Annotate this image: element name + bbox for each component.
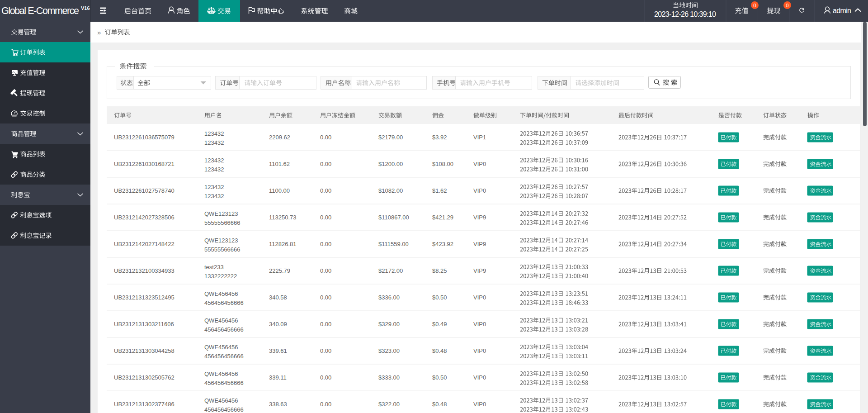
svg-text:UB2312131303044258: UB2312131303044258 bbox=[114, 347, 175, 354]
svg-text:QWE456456: QWE456456 bbox=[204, 397, 238, 404]
svg-text:VIP0: VIP0 bbox=[473, 347, 486, 354]
svg-text:112826.81: 112826.81 bbox=[269, 241, 297, 247]
svg-text:UB2312131303211606: UB2312131303211606 bbox=[114, 321, 174, 328]
svg-text:123432: 123432 bbox=[204, 139, 224, 146]
svg-text:123432: 123432 bbox=[204, 184, 224, 190]
svg-text:$421.29: $421.29 bbox=[432, 214, 453, 221]
svg-text:UB2312261027578740: UB2312261027578740 bbox=[114, 187, 175, 194]
svg-text:UB2312142027148422: UB2312142027148422 bbox=[114, 241, 175, 247]
svg-text:$322.00: $322.00 bbox=[378, 401, 400, 408]
svg-text:2209.62: 2209.62 bbox=[269, 134, 290, 141]
svg-text:UB2312142027328506: UB2312142027328506 bbox=[114, 214, 175, 221]
svg-text:0.00: 0.00 bbox=[320, 294, 331, 301]
svg-text:$423.92: $423.92 bbox=[432, 241, 453, 247]
svg-text:$333.00: $333.00 bbox=[378, 374, 400, 381]
svg-text:456456456666: 456456456666 bbox=[204, 353, 244, 360]
svg-text:$2179.00: $2179.00 bbox=[378, 134, 403, 141]
svg-text:338.63: 338.63 bbox=[269, 401, 287, 408]
svg-text:2225.79: 2225.79 bbox=[269, 267, 290, 274]
svg-text:UB2312131302377486: UB2312131302377486 bbox=[114, 401, 175, 408]
svg-text:VIP1: VIP1 bbox=[473, 134, 486, 141]
svg-text:123432: 123432 bbox=[204, 193, 224, 199]
svg-text:55555566666: 55555566666 bbox=[204, 246, 241, 253]
svg-text:0.00: 0.00 bbox=[320, 374, 331, 381]
svg-text:QWE456456: QWE456456 bbox=[204, 290, 238, 297]
svg-text:test233: test233 bbox=[204, 264, 224, 271]
svg-text:$2172.00: $2172.00 bbox=[378, 267, 403, 274]
svg-text:0.00: 0.00 bbox=[320, 214, 331, 221]
svg-text:0.00: 0.00 bbox=[320, 401, 331, 408]
svg-text:0.00: 0.00 bbox=[320, 241, 331, 247]
svg-text:113250.73: 113250.73 bbox=[269, 214, 297, 221]
svg-text:UB2312261030168721: UB2312261030168721 bbox=[114, 161, 175, 167]
svg-text:$336.00: $336.00 bbox=[378, 294, 400, 301]
svg-text:0: 0 bbox=[753, 3, 756, 8]
svg-text:$329.00: $329.00 bbox=[378, 321, 400, 328]
svg-text:$1200.00: $1200.00 bbox=[378, 161, 403, 167]
svg-text:$8.25: $8.25 bbox=[432, 267, 447, 274]
svg-text:0: 0 bbox=[786, 3, 788, 8]
svg-text:0.00: 0.00 bbox=[320, 187, 331, 194]
svg-text:1332222222: 1332222222 bbox=[204, 273, 237, 280]
svg-text:0.00: 0.00 bbox=[320, 161, 331, 167]
svg-text:$0.48: $0.48 bbox=[432, 347, 447, 354]
svg-text:UB2312261036575079: UB2312261036575079 bbox=[114, 134, 175, 141]
svg-text:VIP9: VIP9 bbox=[473, 267, 486, 274]
svg-text:»: » bbox=[97, 28, 101, 36]
svg-text:456456456666: 456456456666 bbox=[204, 380, 244, 386]
svg-text:VIP0: VIP0 bbox=[473, 321, 486, 328]
svg-text:$0.48: $0.48 bbox=[432, 401, 447, 408]
svg-text:123432: 123432 bbox=[204, 166, 224, 173]
svg-text:VIP0: VIP0 bbox=[473, 294, 486, 301]
svg-text:$0.50: $0.50 bbox=[432, 374, 447, 381]
svg-text:$110867.00: $110867.00 bbox=[378, 214, 409, 221]
svg-text:340.58: 340.58 bbox=[269, 294, 287, 301]
svg-text:456456456666: 456456456666 bbox=[204, 299, 244, 306]
svg-text:QWE456456: QWE456456 bbox=[204, 344, 238, 351]
svg-text:Global E-Commerce: Global E-Commerce bbox=[1, 5, 79, 16]
svg-text:$3.92: $3.92 bbox=[432, 134, 447, 141]
svg-text:UB2312131302505762: UB2312131302505762 bbox=[114, 374, 175, 381]
svg-text:VIP0: VIP0 bbox=[473, 401, 486, 408]
svg-text:QWE123123: QWE123123 bbox=[204, 210, 238, 217]
svg-text:340.09: 340.09 bbox=[269, 321, 287, 328]
svg-text:$0.49: $0.49 bbox=[432, 321, 447, 328]
svg-text:QWE456456: QWE456456 bbox=[204, 370, 238, 377]
svg-text:0.00: 0.00 bbox=[320, 321, 331, 328]
svg-text:0.00: 0.00 bbox=[320, 134, 331, 141]
svg-text:0.00: 0.00 bbox=[320, 347, 331, 354]
svg-text:55555566666: 55555566666 bbox=[204, 219, 241, 226]
svg-text:VIP9: VIP9 bbox=[473, 241, 486, 247]
svg-text:$1.62: $1.62 bbox=[432, 187, 447, 194]
svg-text:0.00: 0.00 bbox=[320, 267, 331, 274]
svg-text:456456456666: 456456456666 bbox=[204, 406, 244, 413]
svg-text:339.11: 339.11 bbox=[269, 374, 287, 381]
svg-text:admin: admin bbox=[833, 7, 851, 14]
svg-text:$108.00: $108.00 bbox=[432, 161, 453, 167]
svg-text:UB2312131323512495: UB2312131323512495 bbox=[114, 294, 175, 301]
svg-text:456456456666: 456456456666 bbox=[204, 326, 244, 333]
svg-text:123432: 123432 bbox=[204, 157, 224, 164]
svg-text:VIP0: VIP0 bbox=[473, 374, 486, 381]
svg-text:V16: V16 bbox=[81, 5, 90, 11]
svg-text:VIP0: VIP0 bbox=[473, 161, 486, 167]
svg-text:2023-12-26 10:39:10: 2023-12-26 10:39:10 bbox=[654, 10, 716, 18]
svg-text:VIP0: VIP0 bbox=[473, 187, 486, 194]
svg-text:339.61: 339.61 bbox=[269, 347, 287, 354]
svg-text:QWE456456: QWE456456 bbox=[204, 317, 238, 324]
svg-text:123432: 123432 bbox=[204, 130, 224, 137]
svg-text:$0.50: $0.50 bbox=[432, 294, 447, 301]
svg-text:$1082.00: $1082.00 bbox=[378, 187, 403, 194]
svg-text:1101.62: 1101.62 bbox=[269, 161, 290, 167]
svg-text:UB2312132100334933: UB2312132100334933 bbox=[114, 267, 175, 274]
svg-text:VIP9: VIP9 bbox=[473, 214, 486, 221]
svg-text:$323.00: $323.00 bbox=[378, 347, 400, 354]
svg-text:QWE123123: QWE123123 bbox=[204, 237, 238, 244]
svg-text:$111559.00: $111559.00 bbox=[378, 241, 409, 247]
svg-text:1100.00: 1100.00 bbox=[269, 187, 290, 194]
